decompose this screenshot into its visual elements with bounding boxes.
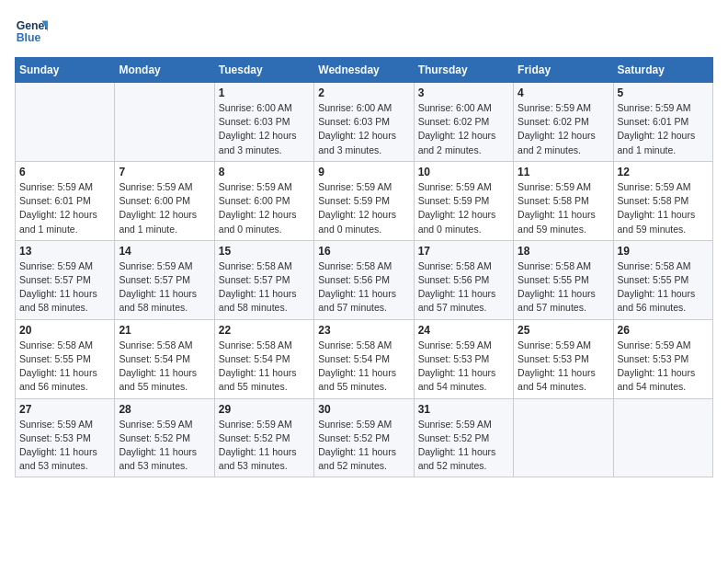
header-day-friday: Friday <box>514 58 613 83</box>
day-info: Sunrise: 5:59 AM Sunset: 5:57 PM Dayligh… <box>119 259 210 316</box>
day-info: Sunrise: 5:59 AM Sunset: 5:59 PM Dayligh… <box>318 180 409 236</box>
calendar-cell: 14Sunrise: 5:59 AM Sunset: 5:57 PM Dayli… <box>115 240 214 319</box>
day-info: Sunrise: 5:59 AM Sunset: 6:00 PM Dayligh… <box>119 180 210 236</box>
day-number: 21 <box>119 324 210 337</box>
calendar-cell: 26Sunrise: 5:59 AM Sunset: 5:53 PM Dayli… <box>613 319 712 398</box>
calendar-cell: 12Sunrise: 5:59 AM Sunset: 5:58 PM Dayli… <box>613 161 712 240</box>
header-day-monday: Monday <box>115 58 214 83</box>
day-number: 14 <box>119 245 210 258</box>
calendar-cell: 22Sunrise: 5:58 AM Sunset: 5:54 PM Dayli… <box>214 319 313 398</box>
day-number: 9 <box>318 166 409 178</box>
day-number: 13 <box>19 245 110 258</box>
day-number: 28 <box>119 403 210 416</box>
day-number: 20 <box>19 324 110 337</box>
header-day-thursday: Thursday <box>414 58 513 83</box>
day-info: Sunrise: 5:59 AM Sunset: 5:53 PM Dayligh… <box>618 339 709 395</box>
calendar-week-3: 13Sunrise: 5:59 AM Sunset: 5:57 PM Dayli… <box>16 240 713 319</box>
day-info: Sunrise: 5:58 AM Sunset: 5:54 PM Dayligh… <box>119 339 210 395</box>
day-number: 10 <box>418 166 509 178</box>
day-info: Sunrise: 5:58 AM Sunset: 5:56 PM Dayligh… <box>418 259 509 316</box>
calendar-cell: 28Sunrise: 5:59 AM Sunset: 5:52 PM Dayli… <box>115 398 214 477</box>
calendar-cell: 1Sunrise: 6:00 AM Sunset: 6:03 PM Daylig… <box>214 83 313 162</box>
page-header: General Blue <box>15 15 713 48</box>
day-info: Sunrise: 5:59 AM Sunset: 5:58 PM Dayligh… <box>518 180 609 236</box>
calendar-cell: 7Sunrise: 5:59 AM Sunset: 6:00 PM Daylig… <box>115 161 214 240</box>
calendar-cell: 11Sunrise: 5:59 AM Sunset: 5:58 PM Dayli… <box>514 161 613 240</box>
day-number: 8 <box>219 166 310 178</box>
day-info: Sunrise: 5:59 AM Sunset: 5:57 PM Dayligh… <box>19 259 110 316</box>
calendar-cell: 17Sunrise: 5:58 AM Sunset: 5:56 PM Dayli… <box>414 240 513 319</box>
calendar-cell: 31Sunrise: 5:59 AM Sunset: 5:52 PM Dayli… <box>414 398 513 477</box>
day-number: 25 <box>518 324 609 337</box>
day-info: Sunrise: 5:58 AM Sunset: 5:57 PM Dayligh… <box>219 259 310 316</box>
day-number: 27 <box>19 403 110 416</box>
calendar-week-4: 20Sunrise: 5:58 AM Sunset: 5:55 PM Dayli… <box>16 319 713 398</box>
calendar-cell <box>115 83 214 162</box>
day-info: Sunrise: 6:00 AM Sunset: 6:03 PM Dayligh… <box>219 101 310 157</box>
day-number: 19 <box>618 245 709 258</box>
calendar-cell <box>613 398 712 477</box>
day-info: Sunrise: 5:59 AM Sunset: 5:59 PM Dayligh… <box>418 180 509 236</box>
day-number: 29 <box>219 403 310 416</box>
day-number: 22 <box>219 324 310 337</box>
calendar-cell: 21Sunrise: 5:58 AM Sunset: 5:54 PM Dayli… <box>115 319 214 398</box>
day-number: 31 <box>418 403 509 416</box>
logo: General Blue <box>15 15 48 48</box>
calendar-cell: 23Sunrise: 5:58 AM Sunset: 5:54 PM Dayli… <box>314 319 414 398</box>
calendar-cell: 30Sunrise: 5:59 AM Sunset: 5:52 PM Dayli… <box>314 398 414 477</box>
calendar-cell <box>514 398 613 477</box>
svg-text:Blue: Blue <box>17 31 41 44</box>
day-info: Sunrise: 5:58 AM Sunset: 5:54 PM Dayligh… <box>219 339 310 395</box>
day-info: Sunrise: 5:59 AM Sunset: 5:52 PM Dayligh… <box>219 418 310 474</box>
day-info: Sunrise: 5:59 AM Sunset: 5:53 PM Dayligh… <box>19 418 110 474</box>
day-info: Sunrise: 5:59 AM Sunset: 6:02 PM Dayligh… <box>518 101 609 157</box>
header-day-tuesday: Tuesday <box>214 58 313 83</box>
day-number: 15 <box>219 245 310 258</box>
calendar-cell: 3Sunrise: 6:00 AM Sunset: 6:02 PM Daylig… <box>414 83 513 162</box>
day-number: 1 <box>219 86 310 99</box>
calendar-cell: 2Sunrise: 6:00 AM Sunset: 6:03 PM Daylig… <box>314 83 414 162</box>
day-number: 5 <box>618 86 709 99</box>
calendar-cell: 25Sunrise: 5:59 AM Sunset: 5:53 PM Dayli… <box>514 319 613 398</box>
calendar-cell <box>16 83 115 162</box>
day-number: 4 <box>518 86 609 99</box>
day-info: Sunrise: 5:59 AM Sunset: 6:01 PM Dayligh… <box>618 101 709 157</box>
day-number: 30 <box>318 403 409 416</box>
calendar-cell: 10Sunrise: 5:59 AM Sunset: 5:59 PM Dayli… <box>414 161 513 240</box>
day-info: Sunrise: 5:59 AM Sunset: 6:00 PM Dayligh… <box>219 180 310 236</box>
day-number: 16 <box>318 245 409 258</box>
day-info: Sunrise: 5:58 AM Sunset: 5:56 PM Dayligh… <box>318 259 409 316</box>
calendar-table: SundayMondayTuesdayWednesdayThursdayFrid… <box>15 57 713 477</box>
calendar-cell: 8Sunrise: 5:59 AM Sunset: 6:00 PM Daylig… <box>214 161 313 240</box>
calendar-cell: 4Sunrise: 5:59 AM Sunset: 6:02 PM Daylig… <box>514 83 613 162</box>
calendar-body: 1Sunrise: 6:00 AM Sunset: 6:03 PM Daylig… <box>16 83 713 477</box>
day-info: Sunrise: 5:58 AM Sunset: 5:55 PM Dayligh… <box>518 259 609 316</box>
calendar-cell: 20Sunrise: 5:58 AM Sunset: 5:55 PM Dayli… <box>16 319 115 398</box>
header-day-wednesday: Wednesday <box>314 58 414 83</box>
day-number: 17 <box>418 245 509 258</box>
day-info: Sunrise: 5:59 AM Sunset: 5:58 PM Dayligh… <box>618 180 709 236</box>
day-info: Sunrise: 5:59 AM Sunset: 6:01 PM Dayligh… <box>19 180 110 236</box>
calendar-cell: 27Sunrise: 5:59 AM Sunset: 5:53 PM Dayli… <box>16 398 115 477</box>
day-number: 3 <box>418 86 509 99</box>
day-info: Sunrise: 5:58 AM Sunset: 5:54 PM Dayligh… <box>318 339 409 395</box>
calendar-cell: 13Sunrise: 5:59 AM Sunset: 5:57 PM Dayli… <box>16 240 115 319</box>
calendar-cell: 6Sunrise: 5:59 AM Sunset: 6:01 PM Daylig… <box>16 161 115 240</box>
calendar-cell: 15Sunrise: 5:58 AM Sunset: 5:57 PM Dayli… <box>214 240 313 319</box>
calendar-cell: 18Sunrise: 5:58 AM Sunset: 5:55 PM Dayli… <box>514 240 613 319</box>
day-number: 24 <box>418 324 509 337</box>
day-number: 12 <box>618 166 709 178</box>
calendar-cell: 29Sunrise: 5:59 AM Sunset: 5:52 PM Dayli… <box>214 398 313 477</box>
day-number: 7 <box>119 166 210 178</box>
day-info: Sunrise: 5:58 AM Sunset: 5:55 PM Dayligh… <box>19 339 110 395</box>
calendar-header-row: SundayMondayTuesdayWednesdayThursdayFrid… <box>16 58 713 83</box>
day-number: 23 <box>318 324 409 337</box>
day-info: Sunrise: 5:59 AM Sunset: 5:52 PM Dayligh… <box>119 418 210 474</box>
calendar-cell: 24Sunrise: 5:59 AM Sunset: 5:53 PM Dayli… <box>414 319 513 398</box>
day-info: Sunrise: 6:00 AM Sunset: 6:02 PM Dayligh… <box>418 101 509 157</box>
day-info: Sunrise: 5:59 AM Sunset: 5:52 PM Dayligh… <box>318 418 409 474</box>
day-info: Sunrise: 5:58 AM Sunset: 5:55 PM Dayligh… <box>618 259 709 316</box>
day-info: Sunrise: 5:59 AM Sunset: 5:52 PM Dayligh… <box>418 418 509 474</box>
day-number: 11 <box>518 166 609 178</box>
day-number: 6 <box>19 166 110 178</box>
